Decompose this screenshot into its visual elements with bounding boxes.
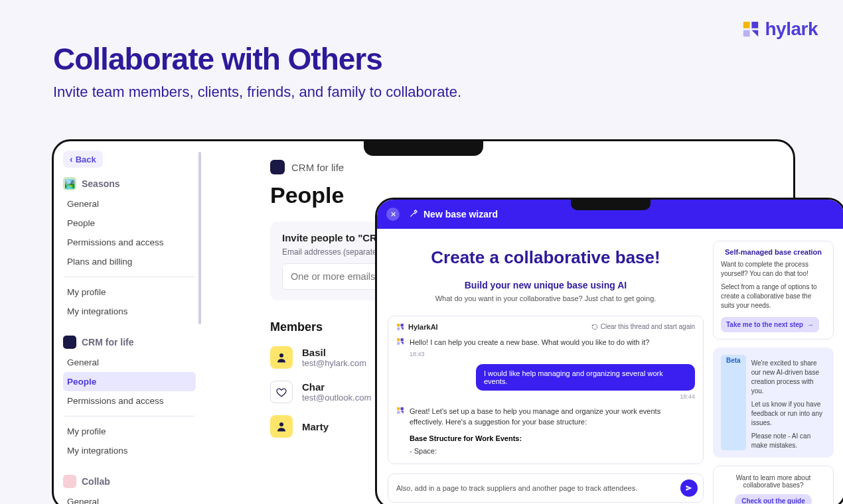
guide-button[interactable]: Check out the guide [735, 494, 812, 504]
card-text: Please note - AI can make mistakes. [751, 432, 826, 450]
breadcrumb-text: CRM for life [291, 162, 344, 173]
chat-bot-name: HylarkAI [408, 323, 438, 331]
divider [64, 416, 194, 416]
device-notch [571, 198, 651, 210]
sidebar-item[interactable]: My profile [63, 283, 196, 302]
hero-title: Collaborate with Others [53, 41, 461, 77]
logo-mark-icon [741, 20, 760, 38]
sidebar-item[interactable]: Permissions and access [63, 233, 196, 252]
sidebar-item[interactable]: General [63, 194, 196, 214]
next-step-button[interactable]: Take me to the next step → [721, 317, 819, 332]
structure-line: - Space: [410, 446, 688, 457]
sidebar-item[interactable]: My integrations [63, 441, 196, 460]
hylark-mark-icon [396, 323, 404, 331]
avatar [270, 381, 293, 403]
sidebar-group-crm[interactable]: CRM for life [63, 336, 196, 349]
wizard-sidebar: Self-managed base creation Want to compl… [713, 241, 834, 504]
card-text: Want to learn more about collaborative b… [720, 474, 826, 489]
hylark-mark-icon [396, 407, 404, 414]
beta-badge: Beta [721, 355, 746, 450]
member-name: Char [302, 381, 371, 393]
member-name: Basil [302, 347, 366, 358]
sidebar-item-active[interactable]: People [63, 372, 196, 391]
crm-icon [63, 336, 76, 349]
guide-card: Want to learn more about collaborative b… [713, 466, 834, 504]
sidebar-item[interactable]: My profile [63, 422, 196, 441]
wizard-subheading: Build your new unique base using AI [465, 280, 627, 290]
device-wizard: ✕ New base wizard Create a collaborative… [375, 198, 843, 504]
member-name: Marty [302, 421, 329, 432]
card-text: Select from a range of options to create… [721, 283, 826, 310]
scrollbar[interactable] [198, 152, 201, 324]
collab-icon [63, 475, 76, 488]
message-time: 18:44 [396, 393, 695, 400]
svg-point-3 [279, 422, 283, 426]
member-email: test@hylark.com [302, 358, 366, 368]
card-text: We're excited to share our new AI-driven… [751, 359, 826, 396]
svg-rect-5 [401, 324, 404, 326]
back-button[interactable]: ‹ Back [63, 151, 103, 168]
bot-message: Hello! I can help you create a new base.… [410, 338, 649, 348]
brand-logo: hylark [741, 19, 818, 40]
avatar [270, 346, 293, 369]
brand-name: hylark [765, 19, 818, 40]
clear-thread-button[interactable]: Clear this thread and start again [591, 323, 695, 330]
svg-rect-1 [743, 30, 749, 36]
sidebar-item[interactable]: My integrations [63, 302, 196, 321]
beta-card: Beta We're excited to share our new AI-d… [713, 347, 834, 458]
card-text: Let us know if you have feedback or run … [751, 400, 826, 428]
hero-block: Collaborate with Others Invite team memb… [53, 41, 461, 101]
wizard-heading: Create a collaborative base! [431, 247, 660, 268]
self-managed-card: Self-managed base creation Want to compl… [713, 241, 834, 340]
divider [64, 277, 194, 277]
sidebar-group-collab[interactable]: Collab [63, 475, 196, 488]
user-message: I would like help managing and organizin… [476, 364, 695, 391]
bot-message: Great! Let's set up a base to help you m… [410, 407, 688, 428]
back-button-label: Back [76, 155, 96, 164]
sidebar-group-label: Seasons [82, 178, 120, 189]
card-title: Self-managed base creation [721, 248, 826, 256]
svg-rect-10 [397, 407, 400, 410]
hylark-mark-icon [396, 338, 404, 346]
device-notch [364, 140, 483, 156]
sidebar-item[interactable]: General [63, 492, 196, 504]
seasons-icon: 🏞️ [63, 177, 76, 190]
svg-rect-7 [397, 338, 400, 341]
wizard-title: New base wizard [423, 209, 498, 220]
sidebar-group-label: Collab [82, 476, 110, 487]
sidebar-group-seasons[interactable]: 🏞️ Seasons [63, 177, 196, 190]
send-button[interactable] [680, 479, 698, 497]
svg-rect-4 [397, 324, 400, 326]
svg-rect-8 [401, 338, 404, 341]
sidebar-group-label: CRM for life [82, 337, 134, 347]
structure-heading: Base Structure for Work Events: [410, 434, 688, 442]
svg-rect-12 [397, 411, 400, 414]
chat-thread: HylarkAI Clear this thread and start aga… [388, 316, 704, 464]
svg-rect-0 [751, 22, 758, 29]
breadcrumb: CRM for life [270, 160, 793, 174]
settings-sidebar: ‹ Back 🏞️ Seasons General People Permiss… [54, 141, 204, 504]
member-email: test@outlook.com [302, 393, 371, 403]
arrow-right-icon: → [807, 321, 814, 328]
wizard-icon [409, 209, 418, 220]
message-time: 18:43 [410, 351, 649, 357]
svg-point-2 [279, 353, 283, 357]
sidebar-item[interactable]: General [63, 353, 196, 372]
hero-subtitle: Invite team members, clients, friends, a… [53, 84, 461, 101]
breadcrumb-icon [270, 160, 285, 174]
sidebar-item[interactable]: Plans and billing [63, 252, 196, 271]
sidebar-item[interactable]: Permissions and access [63, 391, 196, 410]
svg-rect-11 [401, 407, 404, 410]
sidebar-item[interactable]: People [63, 214, 196, 233]
close-button[interactable]: ✕ [386, 208, 400, 221]
wizard-prompt: What do you want in your collaborative b… [435, 294, 656, 302]
chat-input[interactable]: Also, add in a page to track suppliers a… [396, 484, 675, 492]
avatar [270, 415, 293, 438]
svg-rect-9 [397, 342, 400, 345]
chevron-left-icon: ‹ [70, 154, 73, 164]
chat-input-row: Also, add in a page to track suppliers a… [388, 473, 704, 503]
svg-rect-6 [397, 328, 400, 330]
card-text: Want to complete the process yourself? Y… [721, 260, 826, 279]
